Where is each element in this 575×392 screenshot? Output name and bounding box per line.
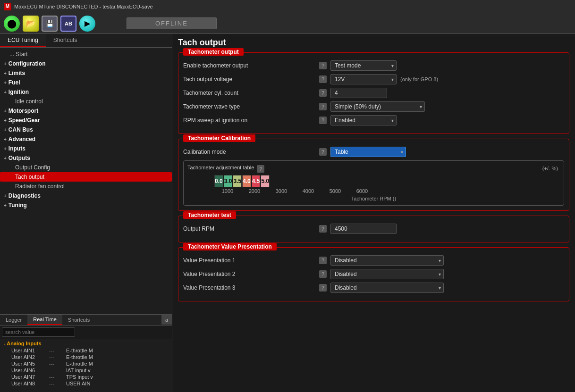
title-bar: M MaxxECU MTune DISCONNECTED - testar.Ma…: [0, 0, 575, 13]
dropdown-tach-voltage[interactable]: 5V 12V: [330, 74, 397, 84]
sidebar-item-limits[interactable]: + Limits: [0, 68, 172, 78]
help-vp3[interactable]: ?: [319, 284, 327, 292]
sidebar-item-radiator-fan[interactable]: Radiator fan control: [0, 182, 172, 191]
rpm-label-3: 4000: [295, 188, 321, 194]
section-value-presentation-header: Tachometer Value Presentation: [183, 243, 277, 250]
table-cell-3[interactable]: 4.0: [242, 175, 251, 187]
sidebar-item-start[interactable]: ... Start: [0, 50, 172, 59]
connect-button[interactable]: ⬤: [4, 16, 20, 32]
open-button[interactable]: 📂: [23, 16, 39, 32]
analog-section: - Analog Inputs User AIN1 --- E-throttle…: [0, 339, 172, 388]
section-tachometer-calibration: Tachometer Calibration Calibration mode …: [178, 139, 569, 211]
sidebar-item-motorsport[interactable]: + Motorsport: [0, 106, 172, 116]
section-tachometer-test: Tachometer test Output RPM ?: [178, 216, 569, 242]
save-button[interactable]: 💾: [42, 16, 58, 32]
list-item: User AIN6 --- IAT input v: [2, 367, 170, 374]
tab-extra[interactable]: a: [161, 315, 172, 325]
adjustment-table-title: Tachometer adjustment table: [187, 165, 254, 170]
dropdown-rpm-sweep[interactable]: Disabled Enabled: [330, 115, 397, 125]
help-rpm-sweep[interactable]: ?: [319, 117, 327, 124]
play-button[interactable]: ▶: [79, 16, 95, 32]
rpm-label-0: 1000: [214, 188, 241, 194]
help-vp2[interactable]: ?: [319, 270, 327, 278]
sidebar-item-tuning[interactable]: + Tuning: [0, 200, 172, 210]
search-box: [0, 325, 172, 339]
section-value-presentation-body: Value Presentation 1 ? Disabled Enabled …: [178, 248, 569, 301]
list-item: User AIN8 --- USER AIN: [2, 380, 170, 387]
sidebar-item-configuration[interactable]: + Configuration: [0, 59, 172, 68]
page-title: Tach output: [178, 38, 569, 48]
table-cell-2[interactable]: 3.5: [233, 175, 242, 187]
label-cyl-count: Tachometer cyl. count: [183, 90, 315, 96]
dropdown-wave-type[interactable]: Simple (50% duty) Advanced: [330, 101, 425, 112]
sidebar-item-output-config[interactable]: Output Config: [0, 163, 172, 172]
label-calibration-mode: Calibration mode: [183, 149, 315, 155]
table-cell-1[interactable]: 3.0: [224, 175, 233, 187]
tab-shortcuts[interactable]: Shortcuts: [46, 34, 85, 47]
sidebar-item-inputs[interactable]: + Inputs: [0, 144, 172, 153]
label-enable-tach: Enable tachometer output: [183, 62, 315, 69]
input-output-rpm[interactable]: [330, 224, 397, 234]
sidebar-item-outputs[interactable]: + Outputs: [0, 153, 172, 163]
voltage-side-note: (only for GPO 8): [400, 76, 438, 82]
section-tachometer-calibration-body: Calibration mode ? Table None Tachometer…: [178, 139, 569, 210]
tab-ecu-tuning[interactable]: ECU Tuning: [0, 34, 46, 47]
sidebar: ECU Tuning Shortcuts ... Start + Configu…: [0, 34, 172, 392]
section-tachometer-output-header: Tachometer output: [183, 48, 244, 56]
ab-button[interactable]: AB: [60, 16, 76, 32]
help-wave-type[interactable]: ?: [319, 103, 327, 110]
help-enable-tach[interactable]: ?: [319, 62, 327, 69]
dropdown-wrap-vp3: Disabled Enabled: [330, 283, 444, 293]
toolbar: ⬤ 📂 💾 AB ▶ OFFLINE: [0, 13, 575, 34]
dropdown-blue-wrap-calibration: Table None: [330, 147, 406, 157]
table-cell-4[interactable]: 4.5: [252, 175, 261, 187]
adjustment-table: Tachometer adjustment table ? (+/- %) 0.…: [183, 160, 564, 206]
help-tach-voltage[interactable]: ?: [319, 75, 327, 83]
label-wave-type: Tachometer wave type: [183, 103, 315, 110]
sidebar-item-diagnostics[interactable]: + Diagnostics: [0, 191, 172, 200]
dropdown-enable-tach[interactable]: Disabled Enabled Test mode: [330, 60, 397, 71]
main-layout: ECU Tuning Shortcuts ... Start + Configu…: [0, 34, 575, 392]
section-tachometer-test-header: Tachometer test: [183, 211, 236, 219]
label-vp2: Value Presentation 2: [183, 271, 315, 277]
sidebar-item-speed-gear[interactable]: + Speed/Gear: [0, 116, 172, 125]
sidebar-item-ignition[interactable]: + Ignition: [0, 87, 172, 97]
sidebar-item-tach-output[interactable]: Tach output: [0, 172, 172, 182]
search-input[interactable]: [2, 327, 75, 337]
sidebar-item-advanced[interactable]: + Advanced: [0, 134, 172, 144]
adjustment-table-help[interactable]: ?: [257, 165, 264, 173]
section-value-presentation: Tachometer Value Presentation Value Pres…: [178, 247, 569, 301]
sidebar-item-fuel[interactable]: + Fuel: [0, 78, 172, 87]
dropdown-vp1[interactable]: Disabled Enabled: [330, 255, 444, 266]
form-row-vp2: Value Presentation 2 ? Disabled Enabled: [183, 269, 564, 279]
list-item: User AIN7 --- TPS input v: [2, 374, 170, 380]
table-cell-0[interactable]: 0.0: [214, 175, 223, 187]
tab-logger[interactable]: Logger: [0, 315, 27, 325]
main-content: Tach output Tachometer output Enable tac…: [172, 34, 575, 392]
form-row-rpm-sweep: RPM sweep at ignition on ? Disabled Enab…: [183, 115, 564, 125]
label-vp3: Value Presentation 3: [183, 284, 315, 291]
label-rpm-sweep: RPM sweep at ignition on: [183, 117, 315, 124]
form-row-enable: Enable tachometer output ? Disabled Enab…: [183, 60, 564, 71]
help-vp1[interactable]: ?: [319, 257, 327, 264]
section-tachometer-output: Tachometer output Enable tachometer outp…: [178, 52, 569, 134]
dropdown-calibration-mode[interactable]: Table None: [330, 147, 406, 157]
input-cyl-count[interactable]: [330, 88, 387, 98]
dropdown-vp3[interactable]: Disabled Enabled: [330, 283, 444, 293]
help-cyl-count[interactable]: ?: [319, 89, 327, 97]
sidebar-item-can-bus[interactable]: + CAN Bus: [0, 125, 172, 134]
adjustment-table-unit: (+/- %): [542, 166, 560, 171]
help-calibration-mode[interactable]: ?: [319, 148, 327, 156]
list-item: User AIN1 --- E-throttle M: [2, 347, 170, 354]
list-item: User AIN5 --- E-throttle M: [2, 360, 170, 367]
tab-shortcuts[interactable]: Shortcuts: [62, 315, 95, 325]
form-row-vp1: Value Presentation 1 ? Disabled Enabled: [183, 255, 564, 266]
bottom-tabs: Logger Real Time Shortcuts a: [0, 315, 172, 325]
tab-real-time[interactable]: Real Time: [27, 315, 62, 325]
rpm-label-4: 5000: [322, 188, 348, 194]
dropdown-vp2[interactable]: Disabled Enabled: [330, 269, 444, 279]
help-output-rpm[interactable]: ?: [319, 225, 327, 233]
sidebar-item-idle-control[interactable]: Idle control: [0, 97, 172, 106]
label-output-rpm: Output RPM: [183, 225, 315, 232]
table-cell-5[interactable]: 5.0: [261, 175, 270, 187]
